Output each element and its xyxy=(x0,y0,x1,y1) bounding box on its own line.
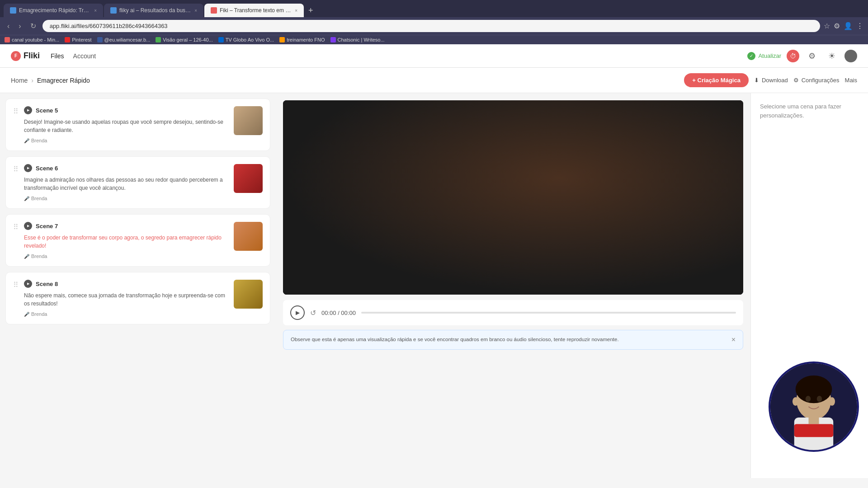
svg-point-15 xyxy=(497,136,529,164)
avatar-button[interactable] xyxy=(844,50,857,62)
scene-5-voice: 🎤 Brenda xyxy=(24,138,228,143)
svg-rect-11 xyxy=(459,175,500,182)
svg-rect-10 xyxy=(500,173,527,209)
scene-5-header: Scene 5 xyxy=(24,106,228,114)
extensions-icon[interactable]: ⚙ xyxy=(834,22,840,30)
svg-point-13 xyxy=(453,174,464,183)
voice-icon-8: 🎤 xyxy=(24,312,29,317)
tab-1[interactable]: Emagrecimento Rápido: Trans... × xyxy=(4,4,103,17)
svg-point-14 xyxy=(562,174,573,183)
scene-5-text: Desejo! Imagine-se usando aquelas roupas… xyxy=(24,118,228,134)
config-label: Configurações xyxy=(802,77,840,84)
tab-3[interactable]: Fiki – Transforme texto em vid... × xyxy=(204,4,304,17)
scene-6-thumb xyxy=(234,164,263,193)
refresh-button[interactable]: ↻ xyxy=(28,20,39,32)
scene-6-play[interactable] xyxy=(24,164,32,172)
nav-account[interactable]: Account xyxy=(73,52,96,60)
download-icon: ⬇ xyxy=(754,77,759,84)
browser-icons: ☆ ⚙ 👤 ⋮ xyxy=(824,22,863,30)
profile-icon[interactable]: 👤 xyxy=(844,22,853,30)
scene-5-thumb xyxy=(234,106,263,135)
scene-card-6[interactable]: ⠿ Scene 6 Imagine a admiração nos olhare… xyxy=(5,156,270,209)
info-close-button[interactable]: × xyxy=(731,336,736,344)
tab-2-favicon xyxy=(110,7,117,14)
config-button[interactable]: ⚙ Configurações xyxy=(793,77,840,84)
bookmark-pinterest-favicon xyxy=(65,37,70,42)
video-preview xyxy=(283,100,743,295)
tab-3-close[interactable]: × xyxy=(295,8,297,13)
webcam-video xyxy=(770,361,857,452)
scene-5-play[interactable] xyxy=(24,106,32,114)
update-label: Atualizar xyxy=(758,52,781,59)
video-controls: ▶ ↺ 00:00 / 00:00 xyxy=(283,300,743,325)
star-icon[interactable]: ☆ xyxy=(824,22,830,30)
timeline[interactable] xyxy=(361,312,736,314)
voice-icon-6: 🎤 xyxy=(24,196,29,201)
timer-button[interactable]: ⏱ xyxy=(787,50,799,62)
nav-files[interactable]: Files xyxy=(51,52,64,60)
bookmark-tvglobo-label: TV Globo Ao Vivo O... xyxy=(226,37,274,42)
scene-5-voice-name: Brenda xyxy=(31,138,47,143)
right-panel-placeholder: Selecione uma cena para fazer personaliz… xyxy=(760,102,859,120)
menu-icon[interactable]: ⋮ xyxy=(856,22,863,30)
bookmark-youtube[interactable]: canal youtube - Min... xyxy=(5,37,59,42)
scene-7-title: Scene 7 xyxy=(36,223,58,230)
bookmark-instagram[interactable]: @eu.wiliamcesar.b... xyxy=(97,37,151,42)
svg-point-18 xyxy=(505,156,512,162)
breadcrumb-actions: + Criação Mágica ⬇ Download ⚙ Configuraç… xyxy=(684,73,857,87)
main-content: ⠿ Scene 5 Desejo! Imagine-se usando aque… xyxy=(0,93,868,478)
settings-icon-button[interactable]: ⚙ xyxy=(805,49,819,63)
replay-button[interactable]: ↺ xyxy=(310,309,316,317)
bookmark-chatsonic-favicon xyxy=(330,37,336,42)
theme-button[interactable]: ☀ xyxy=(825,49,839,63)
forward-button[interactable]: › xyxy=(16,20,24,32)
bookmark-visao[interactable]: Visão geral – 126-40... xyxy=(156,37,212,42)
bookmark-chatsonic[interactable]: Chatsonic | Writeso... xyxy=(330,37,385,42)
tab-2[interactable]: fliky ai – Resultados da busca Y... × xyxy=(104,4,203,17)
download-button[interactable]: ⬇ Download xyxy=(754,77,788,84)
drag-handle-8[interactable]: ⠿ xyxy=(13,281,19,289)
scene-card-7[interactable]: ⠿ Scene 7 Esse é o poder de transformar … xyxy=(5,214,270,267)
address-input[interactable] xyxy=(42,20,820,32)
scene-7-voice: 🎤 Brenda xyxy=(24,253,228,259)
drag-handle-6[interactable]: ⠿ xyxy=(13,165,19,174)
tab-2-close[interactable]: × xyxy=(194,8,197,13)
voice-icon-7: 🎤 xyxy=(24,254,29,259)
svg-rect-6 xyxy=(604,168,613,258)
magic-creation-button[interactable]: + Criação Mágica xyxy=(684,73,749,87)
logo-icon: F xyxy=(11,51,21,61)
app-logo: F Fliki xyxy=(11,51,40,61)
scene-5-info: Scene 5 Desejo! Imagine-se usando aquela… xyxy=(24,106,228,143)
bookmark-tvglobo[interactable]: TV Globo Ao Vivo O... xyxy=(218,37,274,42)
tab-1-favicon xyxy=(10,7,16,14)
scene-8-voice: 🎤 Brenda xyxy=(24,311,228,317)
svg-rect-4 xyxy=(423,182,604,185)
scene-card-5[interactable]: ⠿ Scene 5 Desejo! Imagine-se usando aque… xyxy=(5,99,270,151)
update-icon: ✓ xyxy=(747,52,755,60)
update-button[interactable]: ✓ Atualizar xyxy=(747,52,781,60)
breadcrumb-home[interactable]: Home xyxy=(11,77,28,84)
scene-7-play[interactable] xyxy=(24,222,32,230)
scene-card-8[interactable]: ⠿ Scene 8 Não espere mais, comece sua jo… xyxy=(5,272,270,324)
drag-handle-7[interactable]: ⠿ xyxy=(13,223,19,231)
drag-handle-5[interactable]: ⠿ xyxy=(13,107,19,116)
scene-6-header: Scene 6 xyxy=(24,164,228,172)
bookmark-youtube-favicon xyxy=(5,37,10,42)
bookmark-pinterest[interactable]: Pinterest xyxy=(65,37,91,42)
bookmark-instagram-favicon xyxy=(97,37,103,42)
tab-1-close[interactable]: × xyxy=(94,8,97,13)
svg-rect-2 xyxy=(491,136,496,295)
svg-point-24 xyxy=(796,375,832,403)
scene-8-thumb xyxy=(234,280,263,309)
new-tab-button[interactable]: + xyxy=(305,4,317,17)
app-nav: Files Account xyxy=(51,52,96,60)
bookmark-youtube-label: canal youtube - Min... xyxy=(12,37,59,42)
breadcrumb-current: Emagrecer Rápido xyxy=(37,77,90,84)
svg-rect-5 xyxy=(414,168,423,258)
scene-8-play[interactable] xyxy=(24,280,32,288)
back-button[interactable]: ‹ xyxy=(5,20,12,32)
svg-rect-12 xyxy=(527,175,567,182)
bookmark-fno[interactable]: treinamento FNO xyxy=(279,37,325,42)
play-button[interactable]: ▶ xyxy=(290,305,305,320)
more-button[interactable]: Mais xyxy=(845,77,857,84)
